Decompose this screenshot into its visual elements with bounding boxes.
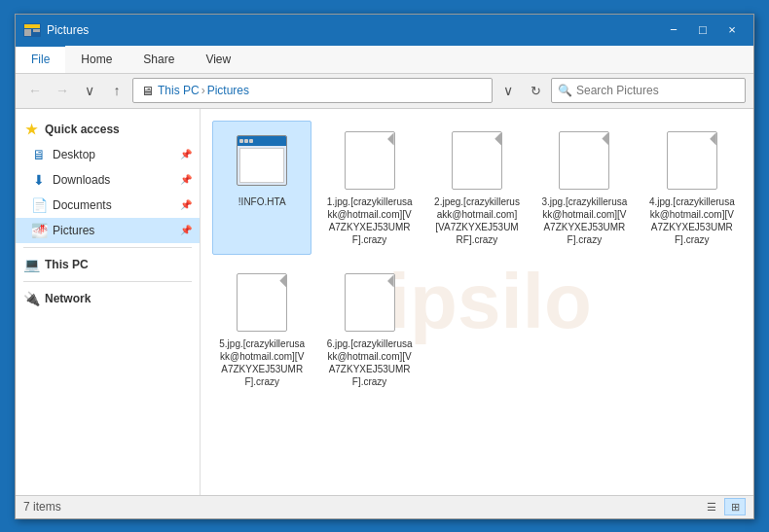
quick-access-header[interactable]: ★ Quick access xyxy=(16,117,200,142)
file-label-3: 3.jpg.[crazykillerusakk@hotmail.com][VA7… xyxy=(540,195,628,246)
search-input[interactable] xyxy=(576,84,739,97)
main-area: ★ Quick access 🖥 Desktop 📌 ⬇ Downloads 📌… xyxy=(16,109,753,495)
file-item-5[interactable]: 5.jpg.[crazykillerusakk@hotmail.com][VA7… xyxy=(212,263,311,397)
desktop-icon: 🖥 xyxy=(31,147,47,162)
tab-view[interactable]: View xyxy=(190,46,246,73)
address-path[interactable]: 🖥 This PC › Pictures xyxy=(132,78,493,103)
generic-file-icon-3 xyxy=(553,129,615,192)
item-count: 7 items xyxy=(23,500,61,514)
up-button[interactable]: ↑ xyxy=(105,79,128,102)
tab-home[interactable]: Home xyxy=(65,46,128,73)
path-pictures: Pictures xyxy=(207,84,249,97)
refresh-button[interactable]: ↻ xyxy=(524,79,547,102)
network-label: Network xyxy=(45,292,91,305)
view-buttons: ☰ ⊞ xyxy=(701,498,746,515)
svg-rect-2 xyxy=(24,29,31,36)
path-icon: 🖥 xyxy=(141,84,154,98)
close-button[interactable]: × xyxy=(718,20,746,40)
title-bar: Pictures − □ × xyxy=(16,15,753,46)
forward-button[interactable]: → xyxy=(51,79,74,102)
sidebar-desktop-label: Desktop xyxy=(53,148,95,161)
hta-titlebar xyxy=(238,136,286,146)
file-label-2: 2.jpeg.[crazykillerusakk@hotmail.com][VA… xyxy=(433,195,521,246)
sidebar: ★ Quick access 🖥 Desktop 📌 ⬇ Downloads 📌… xyxy=(16,109,201,495)
sidebar-divider-2 xyxy=(23,281,192,282)
sidebar-divider-1 xyxy=(23,247,192,248)
hta-icon xyxy=(237,135,287,186)
file-item-1[interactable]: 1.jpg.[crazykillerusakk@hotmail.com][VA7… xyxy=(319,121,419,255)
file-item-info-hta[interactable]: !INFO.HTA xyxy=(212,121,311,255)
path-dropdown-button[interactable]: ∨ xyxy=(496,79,520,102)
path-this-pc: This PC xyxy=(158,84,200,97)
status-bar: 7 items ☰ ⊞ xyxy=(16,495,753,518)
maximize-button[interactable]: □ xyxy=(689,20,716,40)
file-label-5: 5.jpg.[crazykillerusakk@hotmail.com][VA7… xyxy=(218,337,306,388)
generic-file-icon-2 xyxy=(446,129,508,192)
dropdown-nav-button[interactable]: ∨ xyxy=(78,79,101,102)
file-item-3[interactable]: 3.jpg.[crazykillerusakk@hotmail.com][VA7… xyxy=(534,121,634,255)
ribbon-tabs: File Home Share View xyxy=(16,46,753,73)
network-icon: 🔌 xyxy=(23,291,39,306)
ribbon: File Home Share View xyxy=(16,46,753,74)
network-section: 🔌 Network xyxy=(16,286,200,311)
window-controls: − □ × xyxy=(660,20,746,40)
sidebar-item-network[interactable]: 🔌 Network xyxy=(16,286,200,311)
sidebar-item-downloads[interactable]: ⬇ Downloads 📌 xyxy=(16,167,200,193)
window-icon xyxy=(23,23,41,37)
sidebar-downloads-label: Downloads xyxy=(53,173,110,187)
svg-rect-3 xyxy=(33,29,40,32)
file-label-1: 1.jpg.[crazykillerusakk@hotmail.com][VA7… xyxy=(326,195,414,246)
generic-icon-5 xyxy=(237,273,287,332)
generic-file-icon-6 xyxy=(339,271,401,334)
hta-file-icon xyxy=(231,129,293,192)
hta-dot-3 xyxy=(249,139,253,143)
tab-file[interactable]: File xyxy=(16,45,65,73)
file-item-4[interactable]: 4.jpg.[crazykillerusakk@hotmail.com][VA7… xyxy=(642,121,742,255)
this-pc-label: This PC xyxy=(45,258,89,271)
generic-icon-3 xyxy=(559,131,609,190)
computer-icon: 💻 xyxy=(23,257,39,272)
svg-rect-1 xyxy=(24,24,40,28)
quick-access-section: ★ Quick access 🖥 Desktop 📌 ⬇ Downloads 📌… xyxy=(16,117,200,243)
generic-icon-6 xyxy=(345,273,395,332)
sidebar-item-desktop[interactable]: 🖥 Desktop 📌 xyxy=(16,142,200,167)
address-bar: ← → ∨ ↑ 🖥 This PC › Pictures ∨ ↻ 🔍 xyxy=(16,74,753,109)
file-area: tipsilo !INFO.HTA xyxy=(201,109,753,495)
list-view-button[interactable]: ☰ xyxy=(701,498,722,515)
tab-share[interactable]: Share xyxy=(128,46,190,73)
generic-file-icon-1 xyxy=(339,129,401,192)
hta-dot-1 xyxy=(239,139,243,143)
generic-icon-1 xyxy=(345,131,395,190)
pictures-icon: 🌁 xyxy=(31,223,47,238)
sidebar-item-this-pc[interactable]: 💻 This PC xyxy=(16,252,200,277)
generic-file-icon-5 xyxy=(231,271,293,334)
file-item-2[interactable]: 2.jpeg.[crazykillerusakk@hotmail.com][VA… xyxy=(427,121,527,255)
this-pc-section: 💻 This PC xyxy=(16,252,200,277)
generic-icon-4 xyxy=(667,131,717,190)
documents-icon: 📄 xyxy=(31,197,47,213)
minimize-button[interactable]: − xyxy=(660,20,687,40)
file-label-info-hta: !INFO.HTA xyxy=(238,195,286,208)
quick-access-label: Quick access xyxy=(45,123,120,136)
sidebar-item-documents[interactable]: 📄 Documents 📌 xyxy=(16,193,200,218)
star-icon: ★ xyxy=(23,122,39,137)
pin-icon-pics: 📌 xyxy=(180,225,192,235)
sidebar-documents-label: Documents xyxy=(53,198,112,212)
search-icon: 🔍 xyxy=(558,84,572,97)
file-label-6: 6.jpg.[crazykillerusakk@hotmail.com][VA7… xyxy=(326,337,414,388)
file-item-6[interactable]: 6.jpg.[crazykillerusakk@hotmail.com][VA7… xyxy=(319,263,419,397)
files-grid: !INFO.HTA 1.jpg.[crazykillerusakk@hotmai… xyxy=(212,121,742,397)
path-sep-1: › xyxy=(201,84,205,97)
explorer-window: Pictures − □ × File Home Share View ← → … xyxy=(15,14,754,519)
hta-dot-2 xyxy=(244,139,248,143)
sidebar-item-pictures[interactable]: 🌁 Pictures 📌 xyxy=(16,218,200,243)
large-icon-view-button[interactable]: ⊞ xyxy=(724,498,746,515)
search-box[interactable]: 🔍 xyxy=(551,78,746,103)
downloads-icon: ⬇ xyxy=(31,172,47,188)
back-button[interactable]: ← xyxy=(23,79,47,102)
generic-file-icon-4 xyxy=(661,129,723,192)
generic-icon-2 xyxy=(452,131,502,190)
pin-icon-docs: 📌 xyxy=(180,199,192,210)
pin-icon-downloads: 📌 xyxy=(180,174,192,185)
window-title: Pictures xyxy=(47,23,660,37)
